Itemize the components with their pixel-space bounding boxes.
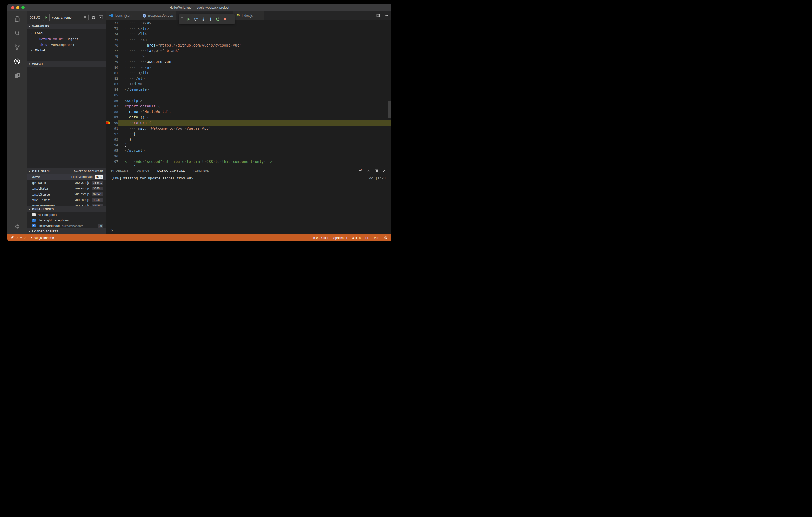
close-panel-icon[interactable] xyxy=(382,169,386,173)
errors-status[interactable]: 0 xyxy=(11,236,18,240)
breakpoint-margin[interactable] xyxy=(106,81,110,87)
call-stack-frame-initdata[interactable]: initDatavue.esm.js3345:1 xyxy=(27,186,106,191)
warnings-status[interactable]: 0 xyxy=(19,236,26,240)
breakpoint-margin[interactable] xyxy=(106,131,110,137)
breakpoint-row[interactable]: Uncaught Exceptions xyxy=(27,217,106,223)
breakpoint-margin[interactable] xyxy=(106,159,110,164)
editor-tab-index-js[interactable]: JSindex.js xyxy=(233,11,264,20)
breakpoint-margin[interactable] xyxy=(106,126,110,131)
watch-section-header[interactable]: WATCH xyxy=(27,61,106,67)
console-input-prompt[interactable]: ❯ xyxy=(111,229,113,232)
breakpoint-row[interactable]: HelloWorld.vuesrc/components90 xyxy=(27,223,106,229)
debug-target-status[interactable]: vuejs: chrome xyxy=(30,236,54,240)
step-into-button[interactable] xyxy=(200,16,206,23)
open-debug-console-icon[interactable] xyxy=(98,15,103,20)
checkbox-unchecked-icon[interactable] xyxy=(32,213,36,216)
panel-tab-output[interactable]: OUTPUT xyxy=(137,166,150,175)
gutter-padding xyxy=(118,159,125,164)
call-stack-frame-getdata[interactable]: getDatavue.esm.js3386:1 xyxy=(27,180,106,186)
editor-tab-launch-json[interactable]: launch.json xyxy=(106,11,139,20)
watch-section-title: WATCH xyxy=(32,62,43,65)
debug-sidebar-header: DEBUG vuejs: chrome xyxy=(27,11,106,24)
breakpoint-margin[interactable] xyxy=(106,103,110,109)
breakpoints-section-header[interactable]: BREAKPOINTS xyxy=(27,206,106,212)
breakpoint-margin[interactable] xyxy=(106,48,110,54)
split-editor-icon[interactable] xyxy=(376,13,380,18)
breakpoint-margin[interactable] xyxy=(106,65,110,70)
status-item-vue[interactable]: Vue xyxy=(374,236,379,240)
call-stack-section-header[interactable]: CALL STACK PAUSED ON BREAKPOINT xyxy=(27,168,106,174)
status-item-lf[interactable]: LF xyxy=(366,236,369,240)
checkbox-checked-icon[interactable] xyxy=(32,224,36,227)
status-item-utf-8[interactable]: UTF-8 xyxy=(352,236,361,240)
panel-tab-terminal[interactable]: TERMINAL xyxy=(193,166,209,175)
console-source-link[interactable]: log.js:23 xyxy=(367,176,385,180)
breakpoint-margin[interactable] xyxy=(106,76,110,81)
breakpoint-margin[interactable] xyxy=(106,59,110,65)
restart-button[interactable] xyxy=(214,16,221,23)
debug-icon[interactable] xyxy=(13,58,21,65)
breakpoint-margin[interactable] xyxy=(106,20,110,26)
breakpoint-margin[interactable] xyxy=(106,26,110,31)
toolbar-gripper[interactable] xyxy=(180,17,184,22)
status-item-ln[interactable]: Ln 90, Col 1 xyxy=(312,236,328,240)
breakpoint-row[interactable]: All Exceptions xyxy=(27,212,106,217)
code-editor[interactable]: 72········</a>73······</li>74······<li>7… xyxy=(106,20,392,166)
breakpoint-margin[interactable] xyxy=(106,70,110,76)
breakpoint-margin[interactable] xyxy=(106,31,110,37)
breakpoint-margin[interactable] xyxy=(106,137,110,142)
variables-scope-local[interactable]: Local xyxy=(27,30,106,36)
start-debugging-icon[interactable] xyxy=(43,14,50,21)
frame-function-name: getData xyxy=(32,181,75,185)
call-stack-frame-vuecomponent[interactable]: VueComponentvue.esm.js4709:1 xyxy=(27,203,106,206)
breakpoint-margin[interactable] xyxy=(106,98,110,103)
variable-row[interactable]: this:VueComponent xyxy=(27,42,106,48)
breakpoint-margin[interactable] xyxy=(106,120,110,125)
search-icon[interactable] xyxy=(13,30,21,37)
breakpoint-margin[interactable] xyxy=(106,54,110,59)
extensions-icon[interactable] xyxy=(13,72,21,79)
stop-button[interactable] xyxy=(222,16,228,23)
frame-file-name: vue.esm.js xyxy=(75,187,89,190)
more-actions-icon[interactable] xyxy=(384,13,388,18)
step-out-button[interactable] xyxy=(207,16,214,23)
launch-configuration-dropdown[interactable]: vuejs: chrome xyxy=(42,14,89,21)
breakpoint-margin[interactable] xyxy=(106,115,110,120)
panel-tab-problems[interactable]: PROBLEMS xyxy=(111,166,129,175)
variables-section-title: VARIABLES xyxy=(32,25,49,28)
maximize-panel-icon[interactable] xyxy=(367,169,370,173)
clear-console-icon[interactable] xyxy=(359,169,362,173)
debug-settings-gear-icon[interactable] xyxy=(91,15,96,20)
panel-tab-debug-console[interactable]: DEBUG CONSOLE xyxy=(157,166,185,175)
status-item-spaces[interactable]: Spaces: 4 xyxy=(333,236,347,240)
settings-gear-icon[interactable] xyxy=(13,223,21,230)
breakpoint-margin[interactable] xyxy=(106,109,110,115)
call-stack-frame-data[interactable]: dataHelloWorld.vue90:1 xyxy=(27,174,106,180)
screenshot-page: HelloWorld.vue — vuejs-webpack-project xyxy=(0,0,406,258)
variables-scope-global[interactable]: Global xyxy=(27,48,106,53)
editor-group: launch.jsonwebpack.dev.conJSindex.js xyxy=(106,11,392,234)
breakpoint-margin[interactable] xyxy=(106,87,110,92)
breakpoint-margin[interactable] xyxy=(106,92,110,98)
breakpoint-margin[interactable] xyxy=(106,42,110,48)
editor-tab-webpack-dev-con[interactable]: webpack.dev.con xyxy=(139,11,176,20)
variable-row[interactable]: Return value:Object xyxy=(27,36,106,42)
call-stack-frame-vue._init[interactable]: Vue._initvue.esm.js4558:1 xyxy=(27,197,106,203)
loaded-scripts-section-header[interactable]: LOADED SCRIPTS xyxy=(27,229,106,234)
continue-button[interactable] xyxy=(185,16,192,23)
explorer-icon[interactable] xyxy=(13,16,21,23)
editor-scrollbar[interactable] xyxy=(388,101,391,118)
breakpoint-margin[interactable] xyxy=(106,148,110,153)
move-panel-icon[interactable] xyxy=(374,169,378,173)
frame-file-name: vue.esm.js xyxy=(75,192,89,196)
step-over-button[interactable] xyxy=(192,16,199,23)
breakpoint-margin[interactable] xyxy=(106,37,110,42)
breakpoint-margin[interactable] xyxy=(106,142,110,148)
breakpoint-margin[interactable] xyxy=(106,153,110,159)
checkbox-checked-icon[interactable] xyxy=(32,218,36,222)
feedback-smiley-icon[interactable] xyxy=(384,236,388,240)
source-control-icon[interactable] xyxy=(13,44,21,51)
code-line: 93··} xyxy=(106,137,392,142)
call-stack-frame-initstate[interactable]: initStatevue.esm.js3284:1 xyxy=(27,191,106,197)
variables-section-header[interactable]: VARIABLES xyxy=(27,24,106,29)
